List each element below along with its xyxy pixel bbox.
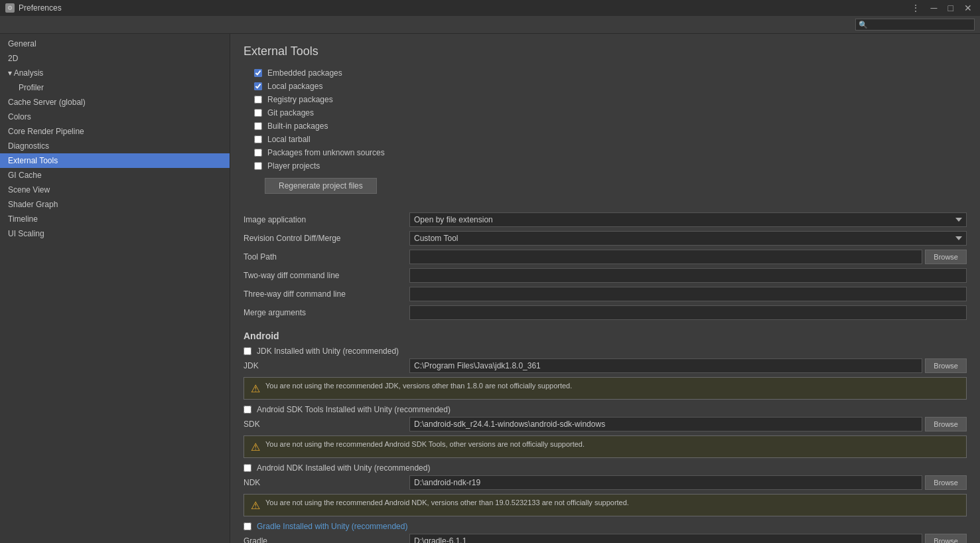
checkbox-unknown[interactable] <box>254 149 262 157</box>
warning-icon-jdk: ⚠ <box>251 382 260 395</box>
tool-path-input[interactable] <box>409 250 922 264</box>
checkbox-ndk-installed[interactable] <box>244 464 251 472</box>
image-application-select[interactable]: Open by file extension Custom Tool <box>409 212 967 227</box>
title-bar: ⚙ Preferences ⋮ ─ □ ✕ <box>0 0 980 16</box>
sdk-installed-label: Android SDK Tools Installed with Unity (… <box>257 405 451 414</box>
sidebar-item-analysis[interactable]: ▾ Analysis <box>0 66 230 80</box>
checkbox-row-builtin: Built-in packages <box>244 119 967 133</box>
checkbox-local-label: Local packages <box>267 82 322 91</box>
sdk-installed-row: Android SDK Tools Installed with Unity (… <box>244 405 967 414</box>
top-search-wrapper-inner: 🔍 <box>855 19 975 31</box>
jdk-input[interactable] <box>409 358 922 373</box>
top-search-wrapper: 🔍 <box>0 16 980 33</box>
three-way-diff-label: Three-way diff command line <box>244 289 409 299</box>
checkbox-registry[interactable] <box>254 96 262 104</box>
tool-path-browse-btn[interactable]: Browse <box>925 250 967 264</box>
checkbox-embedded[interactable] <box>254 69 262 77</box>
sidebar-item-core-render[interactable]: Core Render Pipeline <box>0 124 230 139</box>
sidebar-item-external-tools[interactable]: External Tools <box>0 153 230 168</box>
jdk-label: JDK <box>244 361 409 370</box>
checkbox-git[interactable] <box>254 109 262 117</box>
checkbox-row-tarball: Local tarball <box>244 133 967 146</box>
sdk-input-group: Browse <box>409 417 967 431</box>
sidebar-item-colors[interactable]: Colors <box>0 110 230 124</box>
jdk-installed-row: JDK Installed with Unity (recommended) <box>244 347 967 356</box>
checkbox-tarball-label: Local tarball <box>267 135 311 144</box>
minimize-button[interactable]: ─ <box>928 3 940 13</box>
checkbox-row-player: Player projects <box>244 159 967 173</box>
checkbox-builtin[interactable] <box>254 122 262 130</box>
checkbox-sdk-installed[interactable] <box>244 406 251 414</box>
gradle-browse-btn[interactable]: Browse <box>925 534 967 543</box>
ndk-installed-label: Android NDK Installed with Unity (recomm… <box>257 463 430 473</box>
sidebar-item-timeline[interactable]: Timeline <box>0 212 230 226</box>
ndk-input-group: Browse <box>409 475 967 490</box>
android-section-heading: Android <box>244 331 967 341</box>
sdk-browse-btn[interactable]: Browse <box>925 417 967 431</box>
regen-button[interactable]: Regenerate project files <box>265 178 377 194</box>
top-search-input[interactable] <box>855 19 975 31</box>
sidebar: General 2D ▾ Analysis Profiler Cache Ser… <box>0 34 230 543</box>
sidebar-item-scene-view[interactable]: Scene View <box>0 183 230 197</box>
menu-button[interactable]: ⋮ <box>908 3 923 13</box>
sidebar-item-general[interactable]: General <box>0 37 230 51</box>
title-bar-left: ⚙ Preferences <box>5 3 62 13</box>
two-way-diff-input[interactable] <box>409 268 967 283</box>
maximize-button[interactable]: □ <box>945 3 956 13</box>
sidebar-item-2d[interactable]: 2D <box>0 51 230 66</box>
checkbox-row-embedded: Embedded packages <box>244 66 967 80</box>
tool-path-label: Tool Path <box>244 252 409 262</box>
sidebar-item-profiler[interactable]: Profiler <box>0 80 230 95</box>
merge-args-row: Merge arguments <box>244 305 967 320</box>
three-way-diff-input[interactable] <box>409 287 967 301</box>
ndk-warning-box: ⚠ You are not using the recommended Andr… <box>244 494 967 516</box>
checkbox-row-unknown: Packages from unknown sources <box>244 146 967 159</box>
title-bar-title: Preferences <box>19 3 62 13</box>
gradle-installed-row: Gradle Installed with Unity (recommended… <box>244 522 967 531</box>
merge-args-input[interactable] <box>409 305 967 320</box>
ndk-input[interactable] <box>409 475 922 490</box>
checkbox-jdk-installed[interactable] <box>244 347 251 355</box>
main-layout: General 2D ▾ Analysis Profiler Cache Ser… <box>0 34 980 543</box>
jdk-warning-box: ⚠ You are not using the recommended JDK,… <box>244 377 967 400</box>
merge-args-label: Merge arguments <box>244 308 409 317</box>
gradle-installed-link[interactable]: Gradle Installed with Unity (recommended… <box>257 522 407 531</box>
jdk-installed-label: JDK Installed with Unity (recommended) <box>257 347 399 356</box>
jdk-browse-btn[interactable]: Browse <box>925 358 967 373</box>
warning-icon-sdk: ⚠ <box>251 441 260 453</box>
gradle-input[interactable] <box>409 534 922 543</box>
ndk-path-row: NDK Browse <box>244 475 967 490</box>
sidebar-item-cache-server[interactable]: Cache Server (global) <box>0 95 230 110</box>
checkbox-row-git: Git packages <box>244 106 967 119</box>
checkbox-unknown-label: Packages from unknown sources <box>267 148 385 157</box>
revision-control-select[interactable]: Custom Tool SourceGear DiffMerge Tortois… <box>409 231 967 246</box>
checkbox-gradle-installed[interactable] <box>244 522 251 530</box>
ndk-warning-text: You are not using the recommended Androi… <box>265 499 629 506</box>
gradle-path-row: Gradle Browse <box>244 534 967 543</box>
gradle-label: Gradle <box>244 536 409 543</box>
checkbox-git-label: Git packages <box>267 108 314 117</box>
content-area: External Tools Embedded packages Local p… <box>230 34 980 543</box>
warning-icon-ndk: ⚠ <box>251 499 260 512</box>
sidebar-item-ui-scaling[interactable]: UI Scaling <box>0 226 230 241</box>
page-title: External Tools <box>244 44 967 58</box>
sidebar-item-shader-graph[interactable]: Shader Graph <box>0 197 230 212</box>
checkbox-player[interactable] <box>254 162 262 170</box>
jdk-input-group: Browse <box>409 358 967 373</box>
image-application-row: Image application Open by file extension… <box>244 212 967 227</box>
checkbox-local[interactable] <box>254 82 262 90</box>
checkbox-tarball[interactable] <box>254 135 262 143</box>
checkbox-registry-label: Registry packages <box>267 95 333 104</box>
gradle-installed-label: Gradle Installed with Unity (recommended… <box>257 522 407 531</box>
ndk-browse-btn[interactable]: Browse <box>925 475 967 490</box>
sdk-label: SDK <box>244 420 409 429</box>
close-button[interactable]: ✕ <box>961 3 975 13</box>
package-section: Embedded packages Local packages Registr… <box>244 66 967 204</box>
tool-path-input-group: Browse <box>409 250 967 264</box>
two-way-diff-label: Two-way diff command line <box>244 271 409 280</box>
sdk-input[interactable] <box>409 417 922 431</box>
sidebar-item-diagnostics[interactable]: Diagnostics <box>0 139 230 153</box>
title-bar-controls: ⋮ ─ □ ✕ <box>908 3 975 13</box>
sidebar-item-gi-cache[interactable]: GI Cache <box>0 168 230 183</box>
top-bar: 🔍 <box>0 16 980 34</box>
